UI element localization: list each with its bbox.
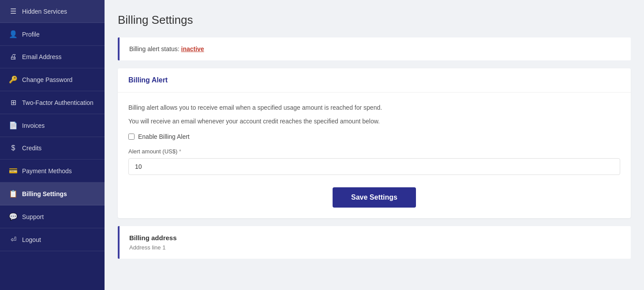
sidebar-item-support[interactable]: 💬 Support [0,205,105,228]
sidebar-item-label: Billing Settings [22,190,67,197]
menu-icon: ☰ [9,7,18,15]
billing-alert-desc2: You will receive an email whenever your … [128,117,620,126]
sidebar-item-two-factor[interactable]: ⊞ Two-Factor Authentication [0,91,105,114]
sidebar-item-label: Logout [22,236,41,243]
billing-address-title: Billing address [129,234,621,242]
sidebar-item-label: Support [22,213,44,220]
enable-billing-alert-label[interactable]: Enable Billing Alert [138,133,190,140]
sidebar-item-label: Change Password [22,76,72,83]
page-title: Billing Settings [118,13,631,27]
support-icon: 💬 [9,212,18,221]
billing-address-card: Billing address Address line 1 [118,226,631,259]
billing-alert-title: Billing Alert [128,76,168,84]
billing-alert-card: Billing Alert Billing alert allows you t… [118,68,631,218]
sidebar-item-label: Hidden Services [22,8,67,15]
sidebar-item-invoices[interactable]: 📄 Invoices [0,114,105,137]
status-badge[interactable]: inactive [181,45,204,52]
required-marker: * [179,149,181,155]
sidebar-item-email-address[interactable]: 🖨 Email Address [0,46,105,68]
billing-alert-desc1: Billing alert allows you to receive emai… [128,103,620,112]
billing-alert-header: Billing Alert [118,68,631,93]
sidebar-item-label: Payment Methods [22,167,72,175]
enable-billing-alert-row: Enable Billing Alert [128,133,620,140]
sidebar-item-label: Two-Factor Authentication [22,99,94,106]
sidebar-item-credits[interactable]: $ Credits [0,137,105,160]
save-btn-row: Save Settings [128,187,620,208]
sidebar-item-change-password[interactable]: 🔑 Change Password [0,68,105,91]
sidebar-item-payment-methods[interactable]: 💳 Payment Methods [0,160,105,182]
sidebar-item-label: Profile [22,31,40,38]
sidebar-item-label: Invoices [22,122,45,129]
main-content: Billing Settings Billing alert status: i… [105,0,644,290]
billing-address-sub: Address line 1 [129,244,621,251]
sidebar-item-label: Email Address [22,53,61,60]
password-icon: 🔑 [9,75,18,84]
payment-icon: 💳 [9,167,18,175]
invoices-icon: 📄 [9,121,18,130]
sidebar-item-profile[interactable]: 👤 Profile [0,23,105,46]
billing-alert-body: Billing alert allows you to receive emai… [118,93,631,218]
credits-icon: $ [9,144,18,152]
logout-icon: ⏎ [9,235,18,244]
save-settings-button[interactable]: Save Settings [333,187,416,208]
alert-amount-input[interactable] [128,158,620,175]
sidebar-item-logout[interactable]: ⏎ Logout [0,228,105,251]
status-prefix: Billing alert status: [129,45,180,52]
email-icon: 🖨 [9,53,18,61]
sidebar-item-billing-settings[interactable]: 📋 Billing Settings [0,182,105,205]
billing-icon: 📋 [9,190,18,198]
billing-status-card: Billing alert status: inactive [118,37,631,60]
sidebar: ☰ Hidden Services 👤 Profile 🖨 Email Addr… [0,0,105,290]
two-factor-icon: ⊞ [9,98,18,107]
profile-icon: 👤 [9,30,18,38]
sidebar-item-label: Credits [22,145,41,152]
alert-amount-label: Alert amount (US$) * [128,148,620,155]
enable-billing-alert-checkbox[interactable] [128,134,135,140]
sidebar-item-hidden-services[interactable]: ☰ Hidden Services [0,0,105,23]
